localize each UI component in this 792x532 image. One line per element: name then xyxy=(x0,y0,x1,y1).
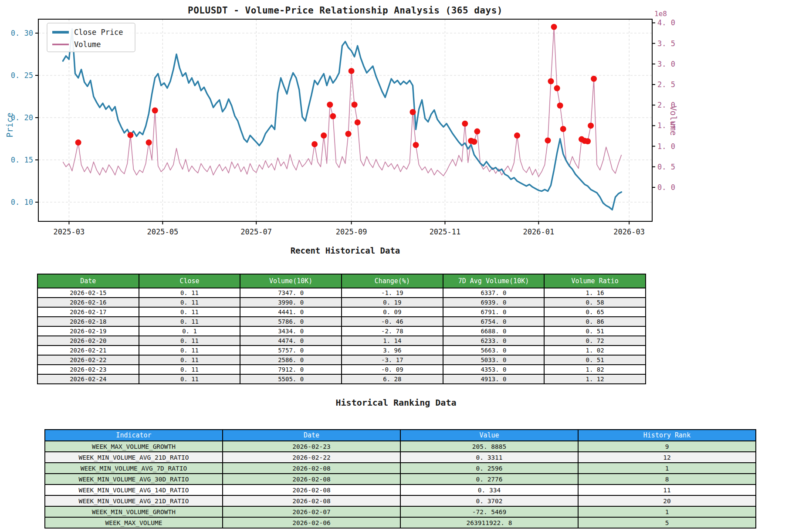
column-header: Date xyxy=(37,274,139,288)
table-cell: 0. 11 xyxy=(139,346,240,355)
column-header: Date xyxy=(223,430,400,441)
table-row: WEEK_MIN_VOLUME_AVG_14D_RATIO2026-02-080… xyxy=(45,485,756,495)
date-tick-label: 2025-11 xyxy=(430,227,461,236)
table-cell: 20 xyxy=(578,495,756,506)
table-cell: 0. 65 xyxy=(544,307,646,317)
table-cell: 5757. 0 xyxy=(240,346,342,355)
recent-historical-data-heading: Recent Historical Data xyxy=(38,246,652,255)
table-cell: 5033. 0 xyxy=(443,355,545,365)
table-cell: 11 xyxy=(578,485,756,495)
table-cell: 1. 14 xyxy=(342,336,443,346)
table-cell: 0. 51 xyxy=(544,326,646,336)
close-price-line xyxy=(63,29,621,210)
table-cell: 0. 2776 xyxy=(400,474,578,485)
table-cell: 5663. 0 xyxy=(443,346,545,355)
table-cell: 5786. 0 xyxy=(240,317,342,326)
table-cell: 2026-02-08 xyxy=(223,495,400,506)
table-row: WEEK_MIN_VOLUME_AVG_21D_RATIO2026-02-080… xyxy=(45,495,756,506)
table-cell: 0. 11 xyxy=(139,365,240,374)
table-cell: 0. 11 xyxy=(139,317,240,326)
ranking-section-title: Historical Ranking Data xyxy=(0,397,792,408)
recent-table-header: DateCloseVolume(10K)Change(%)7D Avg Volu… xyxy=(37,274,646,288)
volume-spike-marker xyxy=(330,113,336,119)
volume-tick-label: 3. 0 xyxy=(657,60,675,68)
volume-spike-marker xyxy=(585,138,591,144)
table-cell: 2026-02-22 xyxy=(37,355,139,365)
recent-historical-table: DateCloseVolume(10K)Change(%)7D Avg Volu… xyxy=(37,274,646,384)
ranking-table-container: IndicatorDateValueHistory Rank WEEK_MAX_… xyxy=(44,429,756,529)
column-header: History Rank xyxy=(578,430,756,441)
table-cell: 3434. 0 xyxy=(240,326,342,336)
table-cell: 0. 3702 xyxy=(400,495,578,506)
price-tick-label: 0. 30 xyxy=(11,29,33,37)
volume-spike-marker xyxy=(127,132,133,138)
table-row: 2026-02-230. 117912. 0-0. 094353. 01. 82 xyxy=(37,365,646,374)
table-cell: 2026-02-16 xyxy=(37,298,139,307)
table-cell: 0. 86 xyxy=(544,317,646,326)
table-cell: 7347. 0 xyxy=(240,288,342,298)
table-row: WEEK_MIN_VOLUME_AVG_21D_RATIO2026-02-220… xyxy=(45,452,756,463)
table-cell: 12 xyxy=(578,452,756,463)
volume-spike-marker xyxy=(311,141,318,147)
table-cell: 3990. 0 xyxy=(240,298,342,307)
table-cell: 2026-02-22 xyxy=(223,452,400,463)
volume-spike-marker xyxy=(152,108,158,114)
column-header: Close xyxy=(139,274,240,288)
table-cell: WEEK_MAX_VOLUME_GROWTH xyxy=(45,441,223,452)
table-cell: 4353. 0 xyxy=(443,365,545,374)
page: 0. 300. 250. 200. 150. 104. 03. 53. 02. … xyxy=(0,0,792,532)
volume-axis-offset-label: 1e8 xyxy=(654,10,667,18)
column-header: Value xyxy=(400,430,578,441)
table-cell: 9 xyxy=(578,441,756,452)
table-cell: 6337. 0 xyxy=(443,288,545,298)
volume-tick-label: 0. 5 xyxy=(657,163,675,171)
table-cell: 7912. 0 xyxy=(240,365,342,374)
table-cell: 0. 1 xyxy=(139,326,240,336)
table-cell: WEEK_MIN_VOLUME_AVG_21D_RATIO xyxy=(45,452,223,463)
volume-spike-marker xyxy=(355,119,361,125)
legend-label-close-price: Close Price xyxy=(74,28,123,37)
table-cell: 0. 11 xyxy=(139,298,240,307)
table-cell: 2026-02-21 xyxy=(37,346,139,355)
table-cell: -72. 5469 xyxy=(400,506,578,517)
table-cell: 0. 19 xyxy=(342,298,443,307)
table-cell: 0. 2596 xyxy=(400,463,578,474)
table-cell: WEEK_MIN_VOLUME_AVG_14D_RATIO xyxy=(45,485,223,495)
table-cell: WEEK_MIN_VOLUME_AVG_30D_RATIO xyxy=(45,474,223,485)
table-cell: 2026-02-19 xyxy=(37,326,139,336)
volume-tick-label: 1. 0 xyxy=(657,142,675,151)
table-cell: 263911922. 8 xyxy=(400,517,578,528)
volume-spike-marker xyxy=(471,139,477,145)
table-cell: 0. 09 xyxy=(342,307,443,317)
table-cell: 2586. 0 xyxy=(240,355,342,365)
table-cell: 1. 12 xyxy=(544,374,646,384)
table-cell: WEEK_MIN_VOLUME_AVG_7D_RATIO xyxy=(45,463,223,474)
volume-spike-marker xyxy=(146,139,152,146)
table-cell: 2026-02-07 xyxy=(223,506,400,517)
table-cell: 6754. 0 xyxy=(443,317,545,326)
table-row: WEEK_MAX_VOLUME2026-02-06263911922. 85 xyxy=(45,517,756,528)
table-cell: 205. 8885 xyxy=(400,441,578,452)
date-tick-label: 2025-09 xyxy=(336,227,367,236)
table-cell: 0. 72 xyxy=(544,336,646,346)
table-cell: 0. 334 xyxy=(400,485,578,495)
table-cell: 2026-02-24 xyxy=(37,374,139,384)
table-cell: 5 xyxy=(578,517,756,528)
column-header: Volume Ratio xyxy=(544,274,646,288)
table-cell: -1. 19 xyxy=(342,288,443,298)
volume-spike-marker xyxy=(560,126,566,132)
table-row: 2026-02-190. 13434. 0-2. 786688. 00. 51 xyxy=(37,326,646,336)
column-header: 7D Avg Volume(10K) xyxy=(443,274,545,288)
volume-tick-label: 3. 5 xyxy=(657,39,675,48)
volume-tick-label: 4. 0 xyxy=(657,18,675,27)
volume-spike-marker xyxy=(554,85,560,91)
table-row: WEEK_MIN_VOLUME_AVG_7D_RATIO2026-02-080.… xyxy=(45,463,756,474)
table-cell: 6233. 0 xyxy=(443,336,545,346)
date-tick-label: 2025-03 xyxy=(54,227,85,236)
volume-tick-label: 2. 5 xyxy=(657,80,675,89)
table-cell: 2026-02-08 xyxy=(223,485,400,495)
table-cell: 2026-02-15 xyxy=(37,288,139,298)
table-cell: 4913. 0 xyxy=(443,374,545,384)
price-tick-label: 0. 15 xyxy=(11,156,33,164)
column-header: Change(%) xyxy=(342,274,443,288)
